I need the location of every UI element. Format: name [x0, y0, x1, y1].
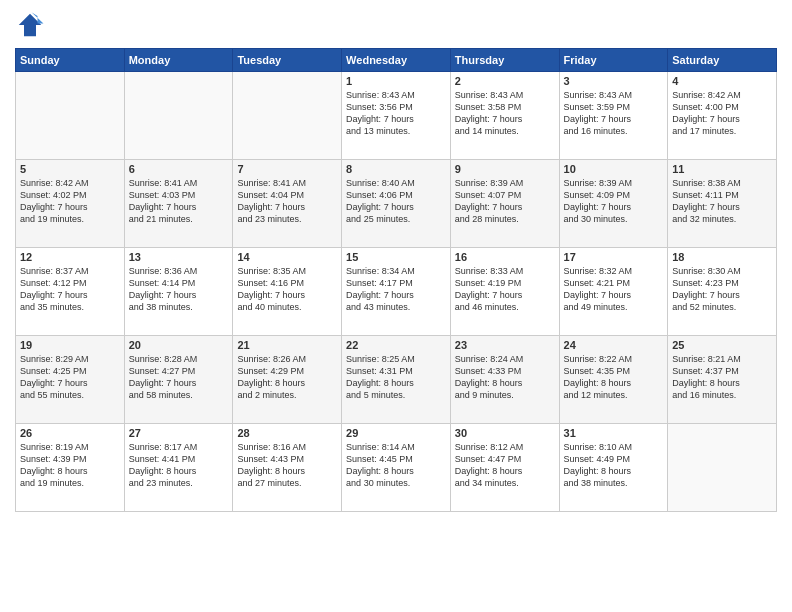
day-info: Sunrise: 8:43 AM Sunset: 3:58 PM Dayligh… [455, 89, 555, 138]
day-number: 12 [20, 251, 120, 263]
day-info: Sunrise: 8:33 AM Sunset: 4:19 PM Dayligh… [455, 265, 555, 314]
day-info: Sunrise: 8:17 AM Sunset: 4:41 PM Dayligh… [129, 441, 229, 490]
calendar-week-row: 19Sunrise: 8:29 AM Sunset: 4:25 PM Dayli… [16, 336, 777, 424]
day-info: Sunrise: 8:24 AM Sunset: 4:33 PM Dayligh… [455, 353, 555, 402]
day-number: 6 [129, 163, 229, 175]
day-info: Sunrise: 8:26 AM Sunset: 4:29 PM Dayligh… [237, 353, 337, 402]
day-info: Sunrise: 8:43 AM Sunset: 3:56 PM Dayligh… [346, 89, 446, 138]
calendar-day-cell: 2Sunrise: 8:43 AM Sunset: 3:58 PM Daylig… [450, 72, 559, 160]
calendar-day-cell: 20Sunrise: 8:28 AM Sunset: 4:27 PM Dayli… [124, 336, 233, 424]
day-number: 15 [346, 251, 446, 263]
day-info: Sunrise: 8:10 AM Sunset: 4:49 PM Dayligh… [564, 441, 664, 490]
weekday-header-cell: Friday [559, 49, 668, 72]
calendar-day-cell: 18Sunrise: 8:30 AM Sunset: 4:23 PM Dayli… [668, 248, 777, 336]
calendar-week-row: 5Sunrise: 8:42 AM Sunset: 4:02 PM Daylig… [16, 160, 777, 248]
logo-icon [15, 10, 45, 40]
day-number: 28 [237, 427, 337, 439]
calendar-day-cell: 23Sunrise: 8:24 AM Sunset: 4:33 PM Dayli… [450, 336, 559, 424]
day-info: Sunrise: 8:39 AM Sunset: 4:07 PM Dayligh… [455, 177, 555, 226]
calendar-day-cell: 13Sunrise: 8:36 AM Sunset: 4:14 PM Dayli… [124, 248, 233, 336]
weekday-header-cell: Thursday [450, 49, 559, 72]
calendar-day-cell: 31Sunrise: 8:10 AM Sunset: 4:49 PM Dayli… [559, 424, 668, 512]
calendar-day-cell: 8Sunrise: 8:40 AM Sunset: 4:06 PM Daylig… [342, 160, 451, 248]
weekday-header-row: SundayMondayTuesdayWednesdayThursdayFrid… [16, 49, 777, 72]
day-info: Sunrise: 8:25 AM Sunset: 4:31 PM Dayligh… [346, 353, 446, 402]
day-info: Sunrise: 8:43 AM Sunset: 3:59 PM Dayligh… [564, 89, 664, 138]
day-info: Sunrise: 8:41 AM Sunset: 4:04 PM Dayligh… [237, 177, 337, 226]
day-number: 8 [346, 163, 446, 175]
page-header [15, 10, 777, 40]
day-number: 19 [20, 339, 120, 351]
calendar-day-cell: 15Sunrise: 8:34 AM Sunset: 4:17 PM Dayli… [342, 248, 451, 336]
calendar-day-cell: 19Sunrise: 8:29 AM Sunset: 4:25 PM Dayli… [16, 336, 125, 424]
day-info: Sunrise: 8:12 AM Sunset: 4:47 PM Dayligh… [455, 441, 555, 490]
calendar-day-cell: 27Sunrise: 8:17 AM Sunset: 4:41 PM Dayli… [124, 424, 233, 512]
calendar-day-cell: 24Sunrise: 8:22 AM Sunset: 4:35 PM Dayli… [559, 336, 668, 424]
calendar-day-cell: 22Sunrise: 8:25 AM Sunset: 4:31 PM Dayli… [342, 336, 451, 424]
day-info: Sunrise: 8:36 AM Sunset: 4:14 PM Dayligh… [129, 265, 229, 314]
day-info: Sunrise: 8:41 AM Sunset: 4:03 PM Dayligh… [129, 177, 229, 226]
weekday-header-cell: Tuesday [233, 49, 342, 72]
day-info: Sunrise: 8:32 AM Sunset: 4:21 PM Dayligh… [564, 265, 664, 314]
day-number: 26 [20, 427, 120, 439]
calendar-day-cell: 6Sunrise: 8:41 AM Sunset: 4:03 PM Daylig… [124, 160, 233, 248]
day-info: Sunrise: 8:39 AM Sunset: 4:09 PM Dayligh… [564, 177, 664, 226]
calendar-day-cell [668, 424, 777, 512]
calendar-table: SundayMondayTuesdayWednesdayThursdayFrid… [15, 48, 777, 512]
day-info: Sunrise: 8:42 AM Sunset: 4:00 PM Dayligh… [672, 89, 772, 138]
day-number: 3 [564, 75, 664, 87]
day-number: 23 [455, 339, 555, 351]
day-number: 7 [237, 163, 337, 175]
calendar-week-row: 12Sunrise: 8:37 AM Sunset: 4:12 PM Dayli… [16, 248, 777, 336]
day-number: 2 [455, 75, 555, 87]
day-info: Sunrise: 8:21 AM Sunset: 4:37 PM Dayligh… [672, 353, 772, 402]
day-info: Sunrise: 8:37 AM Sunset: 4:12 PM Dayligh… [20, 265, 120, 314]
calendar-day-cell: 21Sunrise: 8:26 AM Sunset: 4:29 PM Dayli… [233, 336, 342, 424]
calendar-day-cell: 30Sunrise: 8:12 AM Sunset: 4:47 PM Dayli… [450, 424, 559, 512]
calendar-day-cell: 12Sunrise: 8:37 AM Sunset: 4:12 PM Dayli… [16, 248, 125, 336]
calendar-day-cell: 5Sunrise: 8:42 AM Sunset: 4:02 PM Daylig… [16, 160, 125, 248]
day-info: Sunrise: 8:35 AM Sunset: 4:16 PM Dayligh… [237, 265, 337, 314]
calendar-week-row: 26Sunrise: 8:19 AM Sunset: 4:39 PM Dayli… [16, 424, 777, 512]
day-number: 16 [455, 251, 555, 263]
day-number: 11 [672, 163, 772, 175]
calendar-day-cell: 28Sunrise: 8:16 AM Sunset: 4:43 PM Dayli… [233, 424, 342, 512]
calendar-day-cell: 14Sunrise: 8:35 AM Sunset: 4:16 PM Dayli… [233, 248, 342, 336]
day-number: 21 [237, 339, 337, 351]
day-number: 20 [129, 339, 229, 351]
day-number: 25 [672, 339, 772, 351]
day-number: 14 [237, 251, 337, 263]
svg-marker-0 [19, 14, 42, 37]
day-number: 9 [455, 163, 555, 175]
day-number: 29 [346, 427, 446, 439]
day-number: 5 [20, 163, 120, 175]
calendar-day-cell: 25Sunrise: 8:21 AM Sunset: 4:37 PM Dayli… [668, 336, 777, 424]
calendar-day-cell: 17Sunrise: 8:32 AM Sunset: 4:21 PM Dayli… [559, 248, 668, 336]
calendar-day-cell: 10Sunrise: 8:39 AM Sunset: 4:09 PM Dayli… [559, 160, 668, 248]
calendar-day-cell: 16Sunrise: 8:33 AM Sunset: 4:19 PM Dayli… [450, 248, 559, 336]
day-info: Sunrise: 8:16 AM Sunset: 4:43 PM Dayligh… [237, 441, 337, 490]
calendar-week-row: 1Sunrise: 8:43 AM Sunset: 3:56 PM Daylig… [16, 72, 777, 160]
logo [15, 10, 49, 40]
day-info: Sunrise: 8:38 AM Sunset: 4:11 PM Dayligh… [672, 177, 772, 226]
day-number: 13 [129, 251, 229, 263]
day-number: 18 [672, 251, 772, 263]
day-info: Sunrise: 8:34 AM Sunset: 4:17 PM Dayligh… [346, 265, 446, 314]
calendar-day-cell: 7Sunrise: 8:41 AM Sunset: 4:04 PM Daylig… [233, 160, 342, 248]
calendar-day-cell: 11Sunrise: 8:38 AM Sunset: 4:11 PM Dayli… [668, 160, 777, 248]
day-info: Sunrise: 8:42 AM Sunset: 4:02 PM Dayligh… [20, 177, 120, 226]
calendar-day-cell: 4Sunrise: 8:42 AM Sunset: 4:00 PM Daylig… [668, 72, 777, 160]
weekday-header-cell: Saturday [668, 49, 777, 72]
weekday-header-cell: Sunday [16, 49, 125, 72]
day-number: 31 [564, 427, 664, 439]
weekday-header-cell: Wednesday [342, 49, 451, 72]
day-info: Sunrise: 8:19 AM Sunset: 4:39 PM Dayligh… [20, 441, 120, 490]
page-container: SundayMondayTuesdayWednesdayThursdayFrid… [0, 0, 792, 612]
calendar-day-cell: 1Sunrise: 8:43 AM Sunset: 3:56 PM Daylig… [342, 72, 451, 160]
calendar-day-cell: 3Sunrise: 8:43 AM Sunset: 3:59 PM Daylig… [559, 72, 668, 160]
calendar-day-cell: 9Sunrise: 8:39 AM Sunset: 4:07 PM Daylig… [450, 160, 559, 248]
calendar-body: 1Sunrise: 8:43 AM Sunset: 3:56 PM Daylig… [16, 72, 777, 512]
day-number: 1 [346, 75, 446, 87]
calendar-day-cell: 26Sunrise: 8:19 AM Sunset: 4:39 PM Dayli… [16, 424, 125, 512]
calendar-day-cell [233, 72, 342, 160]
